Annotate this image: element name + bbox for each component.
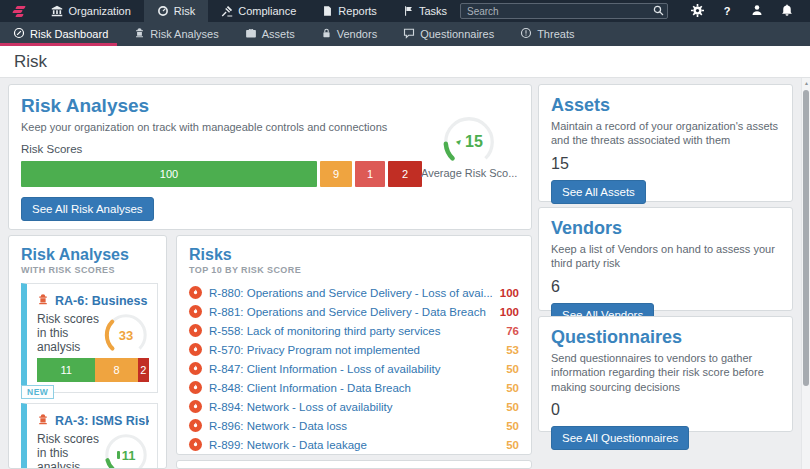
risk-score: 50 <box>506 420 519 432</box>
nav-item-compliance[interactable]: Compliance <box>208 0 309 22</box>
risk-link[interactable]: R-847: Client Information - Loss of avai… <box>209 363 499 375</box>
segment-value: 1 <box>367 168 373 180</box>
risk-row: R-904: Network - Unauthorized network ac… <box>189 454 519 455</box>
analysis-link[interactable]: RA-3: ISMS Risk Analysis <box>55 414 149 428</box>
segment-value: 8 <box>113 364 119 376</box>
vendors-panel: Vendors Keep a list of Vendors on hand t… <box>538 207 793 311</box>
panel-subtitle: TOP 10 BY RISK SCORE <box>189 265 519 275</box>
middle-column: Risks TOP 10 BY RISK SCORE R-880: Operat… <box>176 235 532 469</box>
help-button[interactable]: ? <box>712 5 742 17</box>
risks-panel: Risks TOP 10 BY RISK SCORE R-880: Operat… <box>176 235 532 455</box>
bar-segment-soft-red: 1 <box>355 161 385 187</box>
nav-item-organization[interactable]: Organization <box>38 0 143 22</box>
left-column: Risk Analyses Keep your organization on … <box>8 84 532 469</box>
segment-value: 2 <box>140 364 146 376</box>
gauge-icon <box>157 5 169 17</box>
subnav-item-assets[interactable]: Assets <box>232 22 308 46</box>
panel-title: Assets <box>551 95 780 116</box>
nav-item-risk[interactable]: Risk <box>144 0 208 22</box>
analysis-item-ra6: RA-6: Business Impact Analysis Risk scor… <box>21 283 158 393</box>
brand-logo[interactable] <box>0 0 38 22</box>
panel-title: Risks <box>189 246 519 264</box>
nav-item-reports[interactable]: Reports <box>309 0 390 22</box>
gear-icon <box>691 4 704 19</box>
risk-link[interactable]: R-880: Operations and Service Delivery -… <box>209 287 493 299</box>
page-scrollbar[interactable]: ▲ <box>801 78 810 469</box>
subnav-item-risk-analyses[interactable]: Risk Analyses <box>121 22 231 46</box>
subnav-label: Risk Dashboard <box>30 28 108 40</box>
hydrant-icon <box>37 292 49 310</box>
risk-row: R-848: Client Information - Data Breach … <box>189 378 519 397</box>
risk-row: R-899: Network - Data leakage 50 <box>189 435 519 454</box>
gauge-value: 11 <box>122 448 136 463</box>
account-button[interactable] <box>742 4 772 18</box>
analysis-link[interactable]: RA-6: Business Impact Analysis <box>55 294 149 308</box>
subnav-item-threats[interactable]: Threats <box>507 22 587 46</box>
average-risk-score-gauge: ▲ 15 Average Risk Sco... <box>421 115 517 179</box>
risk-link[interactable]: R-894: Network - Loss of availability <box>209 401 499 413</box>
lock-icon <box>321 27 332 41</box>
risk-score: 100 <box>500 306 519 318</box>
gauge-value: 15 <box>465 133 483 151</box>
analysis-bar-label: Risk scores in this analysis <box>37 432 103 469</box>
main-content: Risk Analyses Keep your organization on … <box>0 78 810 469</box>
assets-panel: Assets Maintain a record of your organiz… <box>538 84 793 202</box>
risk-link[interactable]: R-570: Privacy Program not implemented <box>209 344 499 356</box>
subnav-item-vendors[interactable]: Vendors <box>308 22 390 46</box>
analysis-stacked-bar: 11 8 2 <box>37 358 149 382</box>
scrollbar-thumb[interactable] <box>803 90 809 386</box>
risk-row: R-896: Network - Data loss 50 <box>189 416 519 435</box>
nav-item-tasks[interactable]: Tasks <box>390 0 460 22</box>
settings-button[interactable] <box>682 4 712 19</box>
bar-segment-orange: 9 <box>320 161 352 187</box>
assets-count: 15 <box>551 155 780 173</box>
subnav-label: Risk Analyses <box>150 28 218 40</box>
bar-segment-green: 100 <box>21 161 317 187</box>
panel-title: Risk Analyses <box>21 246 158 264</box>
vendors-count: 6 <box>551 278 780 296</box>
nav-label: Risk <box>174 5 195 17</box>
fire-icon <box>189 324 202 337</box>
flag-icon <box>403 5 414 17</box>
bar-segment-orange: 8 <box>95 358 138 382</box>
risk-row: R-847: Client Information - Loss of avai… <box>189 359 519 378</box>
see-all-questionnaires-button[interactable]: See All Questionnaires <box>551 426 689 450</box>
risk-score: 50 <box>506 439 519 451</box>
risk-score: 50 <box>506 363 519 375</box>
questionnaires-panel: Questionnaires Send questionnaires to ve… <box>538 316 793 432</box>
search-box <box>460 3 668 19</box>
fire-icon <box>189 381 202 394</box>
gauge-value: 33 <box>119 328 133 343</box>
topnav-right: ? <box>460 0 810 22</box>
analysis-item-ra3: RA-3: ISMS Risk Analysis Risk scores in … <box>21 403 158 469</box>
risk-score: 100 <box>500 287 519 299</box>
risk-link[interactable]: R-848: Client Information - Data Breach <box>209 382 499 394</box>
see-all-assets-button[interactable]: See All Assets <box>551 180 646 204</box>
hydrant-icon <box>134 27 145 41</box>
risk-link[interactable]: R-881: Operations and Service Delivery -… <box>209 306 493 318</box>
nav-label: Organization <box>68 5 130 17</box>
see-all-risk-analyses-button[interactable]: See All Risk Analyses <box>21 197 154 221</box>
bank-icon <box>51 5 63 17</box>
analysis-gauge: 33 <box>103 312 149 358</box>
fire-icon <box>189 400 202 413</box>
search-icon[interactable] <box>653 5 664 18</box>
fire-icon <box>189 305 202 318</box>
scrollbar-up-arrow[interactable]: ▲ <box>803 80 810 86</box>
fire-icon <box>189 362 202 375</box>
segment-value: 100 <box>160 168 178 180</box>
panel-title: Vendors <box>551 218 780 239</box>
bar-segment-green: 11 <box>37 358 95 382</box>
page-title: Risk <box>14 52 47 72</box>
risk-scores-panel: Risk Analyses Keep your organization on … <box>8 84 532 230</box>
subnav-item-questionnaires[interactable]: Questionnaires <box>390 22 507 46</box>
page-header: Risk <box>0 46 810 78</box>
segment-value: 11 <box>60 364 71 376</box>
subnav-item-risk-dashboard[interactable]: Risk Dashboard <box>0 22 121 46</box>
risk-link[interactable]: R-896: Network - Data loss <box>209 420 499 432</box>
risk-scores-stacked-bar: 100 9 1 2 <box>21 161 425 187</box>
search-input[interactable] <box>460 3 668 19</box>
notifications-button[interactable] <box>772 4 802 18</box>
risk-link[interactable]: R-558: Lack of monitoring third party se… <box>209 325 499 337</box>
risk-link[interactable]: R-899: Network - Data leakage <box>209 439 499 451</box>
